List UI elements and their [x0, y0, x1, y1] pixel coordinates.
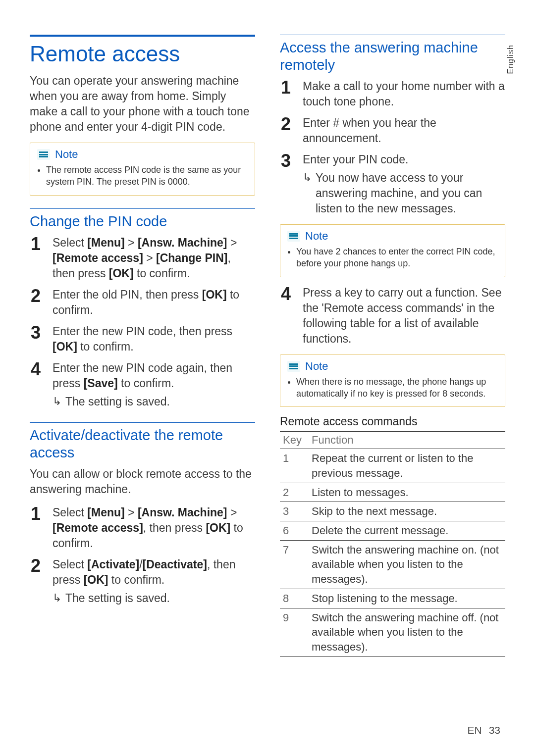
language-tab: English	[506, 45, 515, 74]
table-cell-key: 1	[280, 449, 309, 483]
subsection-rule	[30, 208, 255, 209]
subsection-title-change-pin: Change the PIN code	[30, 213, 255, 230]
result-text: The setting is saved.	[53, 591, 255, 606]
note-icon	[37, 149, 50, 160]
table-row: 3Skip to the next message.	[280, 502, 505, 521]
footer-lang: EN	[467, 724, 482, 736]
steps-activate: Select [Menu] > [Answ. Machine] > [Remot…	[30, 505, 255, 606]
note-text: The remote access PIN code is the same a…	[46, 164, 248, 188]
table-row: 7Switch the answering machine on. (not a…	[280, 540, 505, 589]
commands-table-title: Remote access commands	[280, 415, 505, 428]
step: Select [Activate]/[Deactivate], then pre…	[30, 557, 255, 606]
footer-page-number: 33	[489, 724, 500, 736]
right-column: Access the answering machine remotely Ma…	[280, 35, 505, 657]
subsection-intro: You can allow or block remote access to …	[30, 466, 255, 497]
note-header: Note	[287, 360, 498, 373]
note-header: Note	[287, 230, 498, 243]
table-cell-key: 6	[280, 521, 309, 541]
step: Press a key to carry out a function. See…	[280, 285, 505, 347]
note-icon	[287, 361, 300, 372]
table-header-function: Function	[309, 432, 505, 449]
table-cell-function: Skip to the next message.	[309, 502, 505, 521]
table-cell-key: 3	[280, 502, 309, 521]
two-column-layout: Remote access You can operate your answe…	[30, 35, 505, 657]
note-box: Note When there is no message, the phone…	[280, 354, 505, 407]
note-box: Note The remote access PIN code is the s…	[30, 143, 255, 196]
result-text: The setting is saved.	[53, 394, 255, 409]
page-footer: EN33	[467, 724, 500, 736]
step: Select [Menu] > [Answ. Machine] > [Remot…	[30, 505, 255, 551]
note-header: Note	[37, 148, 248, 161]
table-cell-function: Delete the current message.	[309, 521, 505, 541]
table-row: 8Stop listening to the message.	[280, 589, 505, 608]
step: Select [Menu] > [Answ. Machine] > [Remot…	[30, 235, 255, 281]
note-text: When there is no message, the phone hang…	[296, 376, 498, 400]
table-row: 2Listen to messages.	[280, 483, 505, 502]
note-label: Note	[55, 148, 78, 161]
table-cell-function: Listen to messages.	[309, 483, 505, 502]
step: Enter your PIN code. You now have access…	[280, 152, 505, 216]
table-row: 1Repeat the current or listen to the pre…	[280, 449, 505, 483]
step: Enter # when you hear the announcement.	[280, 115, 505, 146]
step: Enter the new PIN code, then press [OK] …	[30, 324, 255, 354]
subsection-title-activate: Activate/deactivate the remote access	[30, 427, 255, 461]
note-text: You have 2 chances to enter the correct …	[296, 246, 498, 270]
step: Make a call to your home number with a t…	[280, 79, 505, 109]
intro-paragraph: You can operate your answering machine w…	[30, 73, 255, 135]
note-icon	[287, 231, 300, 242]
subsection-rule	[280, 35, 505, 35]
table-cell-key: 9	[280, 608, 309, 656]
note-label: Note	[305, 360, 328, 373]
steps-access-remote: Make a call to your home number with a t…	[280, 79, 505, 216]
section-title: Remote access	[30, 42, 255, 66]
left-column: Remote access You can operate your answe…	[30, 35, 255, 657]
step: Enter the old PIN, then press [OK] to co…	[30, 287, 255, 318]
step: Enter the new PIN code again, then press…	[30, 360, 255, 409]
steps-change-pin: Select [Menu] > [Answ. Machine] > [Remot…	[30, 235, 255, 409]
table-header-key: Key	[280, 432, 309, 449]
table-cell-function: Switch the answering machine off. (not a…	[309, 608, 505, 656]
table-cell-function: Stop listening to the message.	[309, 589, 505, 608]
table-row: 6Delete the current message.	[280, 521, 505, 541]
note-label: Note	[305, 230, 328, 243]
table-cell-key: 2	[280, 483, 309, 502]
note-box: Note You have 2 chances to enter the cor…	[280, 224, 505, 277]
subsection-title-access-remote: Access the answering machine remotely	[280, 39, 505, 74]
section-rule	[30, 35, 255, 37]
result-text: You now have access to your answering ma…	[303, 170, 505, 216]
table-row: 9Switch the answering machine off. (not …	[280, 608, 505, 656]
page: English Remote access You can operate yo…	[0, 0, 535, 756]
commands-table: Key Function 1Repeat the current or list…	[280, 431, 505, 656]
table-cell-function: Repeat the current or listen to the prev…	[309, 449, 505, 483]
table-cell-function: Switch the answering machine on. (not av…	[309, 540, 505, 589]
table-cell-key: 7	[280, 540, 309, 589]
steps-access-remote-cont: Press a key to carry out a function. See…	[280, 285, 505, 347]
subsection-rule	[30, 422, 255, 423]
table-cell-key: 8	[280, 589, 309, 608]
